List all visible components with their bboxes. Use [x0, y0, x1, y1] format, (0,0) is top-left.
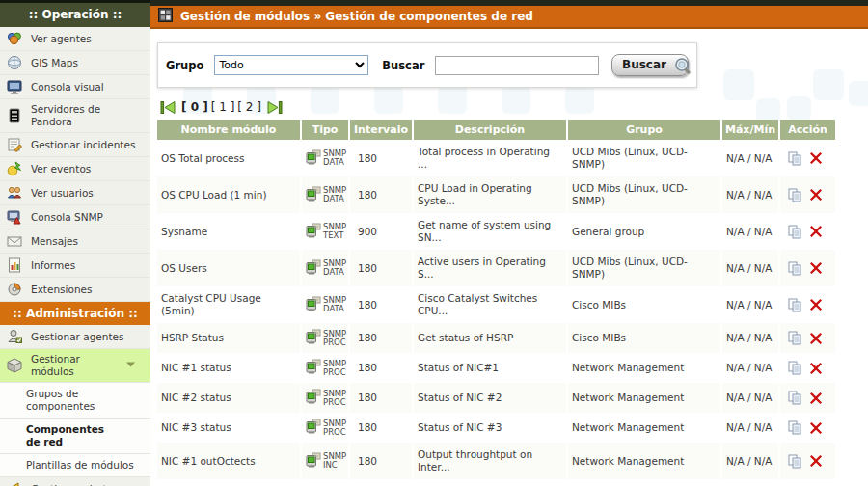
module-type-label: SNMPDATA	[323, 186, 346, 203]
main-content: Gestión de módulos » Gestión de componen…	[150, 0, 868, 486]
actions-cell	[780, 413, 835, 443]
duplicate-icon[interactable]	[788, 225, 801, 239]
description-cell: Active users in Operating S...	[414, 250, 566, 286]
alert-icon	[7, 481, 22, 486]
actions-cell	[780, 250, 835, 286]
sidebar-subitem[interactable]: Grupos de componentes	[0, 383, 150, 418]
sidebar-item-label: Gestionar alertas	[31, 483, 118, 486]
module-name-cell: OS CPU Load (1 min)	[157, 176, 300, 213]
interval-cell: 180	[350, 413, 412, 443]
sidebar-item-label: Mensajes	[31, 235, 78, 248]
duplicate-icon[interactable]	[788, 298, 801, 312]
snmp-type-icon	[306, 418, 321, 437]
group-cell: Network Management	[568, 383, 720, 413]
max-min-cell: N/A / N/A	[722, 443, 778, 479]
duplicate-icon[interactable]	[788, 188, 801, 202]
sidebar-subitem[interactable]: Plantillas de módulos	[0, 454, 150, 477]
sidebar-item[interactable]: Gestionar incidentes	[0, 133, 150, 157]
search-icon	[673, 56, 694, 80]
duplicate-icon[interactable]	[788, 361, 801, 375]
interval-cell: 180	[350, 353, 412, 383]
table-row: OS Total processSNMPDATA180Total process…	[157, 140, 835, 176]
filter-toolbar: Grupo Todo Buscar Buscar	[157, 42, 697, 88]
max-min-cell: N/A / N/A	[722, 413, 778, 443]
actions-cell	[780, 286, 835, 323]
column-header: Grupo	[568, 120, 720, 140]
module-type-label: SNMPDATA	[323, 296, 346, 313]
last-page-icon[interactable]	[267, 101, 283, 114]
sidebar-item-label: Extensiones	[31, 284, 92, 296]
sidebar: :: Operación :: Ver agentesGIS MapsConso…	[0, 0, 150, 486]
module-type-label: SNMPTEXT	[323, 223, 346, 240]
actions-cell	[780, 383, 835, 413]
delete-icon[interactable]	[810, 226, 822, 237]
page-link[interactable]: [ 0 ]	[181, 100, 208, 114]
description-cell: Output troughtput on interf...	[414, 479, 566, 486]
sidebar-item[interactable]: Consola visual	[0, 75, 150, 99]
column-header: Acción	[780, 120, 835, 140]
sidebar-item[interactable]: Extensiones	[0, 278, 150, 302]
search-input[interactable]	[435, 56, 599, 75]
sidebar-item[interactable]: Ver agentes	[0, 27, 150, 51]
server-icon	[7, 108, 22, 123]
pandora-console: :: Operación :: Ver agentesGIS MapsConso…	[0, 0, 868, 486]
snmp-type-icon	[306, 149, 321, 168]
max-min-cell: N/A / N/A	[722, 140, 778, 176]
module-type-cell: SNMPINC	[302, 443, 348, 479]
sidebar-item[interactable]: Ver usuarios	[0, 181, 150, 205]
module-name-cell: NIC #3 status	[157, 413, 300, 443]
interval-cell: 180	[350, 323, 412, 353]
events-icon	[7, 161, 22, 176]
delete-icon[interactable]	[810, 392, 822, 404]
interval-cell: 900	[350, 213, 412, 250]
sidebar-item[interactable]: Consola SNMP	[0, 205, 150, 230]
sidebar-item[interactable]: Gestionar módulos	[0, 349, 150, 383]
duplicate-icon[interactable]	[788, 454, 801, 469]
duplicate-icon[interactable]	[788, 261, 801, 276]
breadcrumb-bar: Gestión de módulos » Gestión de componen…	[150, 6, 868, 29]
page-title: Gestión de módulos » Gestión de componen…	[180, 10, 533, 23]
sidebar-item[interactable]: Ver eventos	[0, 157, 150, 181]
sidebar-subitem[interactable]: Componentes de red	[0, 418, 150, 454]
duplicate-icon[interactable]	[788, 420, 801, 435]
report-icon	[7, 257, 22, 273]
module-type-label: SNMPPROC	[323, 419, 346, 437]
delete-icon[interactable]	[810, 152, 822, 164]
extension-icon	[7, 282, 22, 297]
page-link[interactable]: [ 1 ]	[211, 100, 235, 114]
delete-icon[interactable]	[810, 262, 822, 274]
group-select[interactable]: Todo	[214, 55, 368, 75]
delete-icon[interactable]	[810, 422, 822, 434]
delete-icon[interactable]	[810, 455, 822, 467]
snmp-type-icon	[306, 296, 321, 314]
actions-cell	[780, 353, 835, 383]
sidebar-item[interactable]: Informes	[0, 254, 150, 278]
delete-icon[interactable]	[810, 363, 822, 374]
page-link[interactable]: [ 2 ]	[237, 100, 261, 114]
sidebar-item[interactable]: Gestionar agentes	[0, 325, 150, 349]
monitor-icon	[7, 79, 22, 94]
module-name-cell: HSRP Status	[157, 323, 300, 353]
sidebar-item[interactable]: Servidores de Pandora	[0, 99, 150, 133]
module-name-cell: NIC #2 outOctects	[157, 479, 300, 486]
group-cell: Cisco MIBs	[568, 323, 720, 353]
search-button[interactable]: Buscar	[611, 54, 689, 76]
duplicate-icon[interactable]	[788, 391, 801, 405]
max-min-cell: N/A / N/A	[722, 250, 778, 286]
delete-icon[interactable]	[810, 299, 822, 310]
module-type-cell: SNMPPROC	[302, 323, 348, 353]
group-label: Grupo	[166, 59, 203, 72]
sidebar-item[interactable]: GIS Maps	[0, 51, 150, 75]
duplicate-icon[interactable]	[788, 331, 801, 345]
first-page-icon[interactable]	[160, 101, 176, 114]
delete-icon[interactable]	[810, 189, 822, 201]
sidebar-item[interactable]: Gestionar alertas	[0, 477, 150, 486]
interval-cell: 180	[350, 176, 412, 213]
duplicate-icon[interactable]	[788, 151, 801, 166]
sidebar-item[interactable]: Mensajes	[0, 230, 150, 254]
delete-icon[interactable]	[810, 333, 822, 344]
module-type-label: SNMPINC	[323, 452, 346, 470]
sidebar-item-label: Ver eventos	[31, 163, 91, 176]
sidebar-item-label: Servidores de Pandora	[31, 103, 122, 128]
description-cell: CPU Load in Operating Syste...	[414, 176, 566, 213]
